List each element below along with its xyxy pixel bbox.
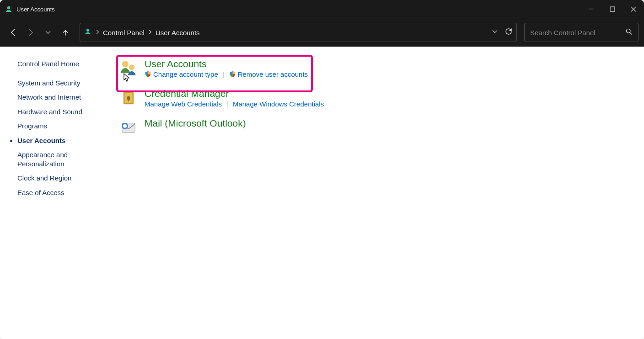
link-label: Change account type <box>153 70 218 78</box>
svg-point-5 <box>122 61 129 67</box>
manage-web-credentials-link[interactable]: Manage Web Credentials <box>145 100 222 108</box>
address-dropdown[interactable] <box>492 28 498 37</box>
sidebar: Control Panel Home System and Security N… <box>0 47 110 339</box>
sidebar-item-appearance-and-personalization[interactable]: Appearance and Personalization <box>11 148 104 171</box>
mail-icon <box>119 118 138 137</box>
user-icon <box>84 27 92 37</box>
sidebar-item-clock-and-region[interactable]: Clock and Region <box>11 171 104 185</box>
change-account-type-link[interactable]: Change account type <box>145 70 218 78</box>
breadcrumb-user-accounts[interactable]: User Accounts <box>156 29 200 37</box>
link-label: Manage Web Credentials <box>145 100 222 108</box>
svg-rect-2 <box>610 7 615 11</box>
close-button[interactable] <box>623 0 644 18</box>
user-accounts-heading[interactable]: User Accounts <box>145 58 308 69</box>
sidebar-item-hardware-and-sound[interactable]: Hardware and Sound <box>11 105 104 119</box>
svg-point-0 <box>7 6 10 9</box>
sidebar-item-system-and-security[interactable]: System and Security <box>11 76 104 90</box>
chevron-right-icon <box>148 30 152 35</box>
shield-icon <box>145 71 151 78</box>
refresh-button[interactable] <box>504 27 513 37</box>
svg-rect-1 <box>589 9 594 9</box>
remove-user-accounts-link[interactable]: Remove user accounts <box>229 70 308 78</box>
svg-rect-10 <box>128 98 129 101</box>
separator: | <box>223 70 225 78</box>
manage-windows-credentials-link[interactable]: Manage Windows Credentials <box>233 100 324 108</box>
control-panel-window: User Accounts <box>0 0 644 339</box>
sidebar-item-ease-of-access[interactable]: Ease of Access <box>11 185 104 200</box>
back-button[interactable] <box>5 25 21 40</box>
content-area: Control Panel Home System and Security N… <box>0 47 644 339</box>
user-accounts-section-icon <box>119 58 138 78</box>
chevron-right-icon <box>96 30 99 35</box>
maximize-button[interactable] <box>602 0 623 18</box>
title-bar: User Accounts <box>0 0 644 18</box>
forward-button[interactable] <box>23 25 38 40</box>
section-mail: Mail (Microsoft Outlook) <box>116 114 633 143</box>
credential-manager-heading[interactable]: Credential Manager <box>145 88 324 99</box>
main-panel: User Accounts Change account type | <box>110 47 644 339</box>
mail-heading[interactable]: Mail (Microsoft Outlook) <box>145 118 246 129</box>
window-title: User Accounts <box>16 6 55 13</box>
svg-point-3 <box>86 29 89 32</box>
search-input[interactable] <box>530 29 622 37</box>
shield-icon <box>229 71 236 78</box>
section-user-accounts: User Accounts Change account type | <box>116 55 633 85</box>
sidebar-item-user-accounts[interactable]: User Accounts <box>11 133 104 148</box>
navigation-bar: Control Panel User Accounts <box>0 18 644 47</box>
credential-manager-icon <box>119 88 138 107</box>
search-icon[interactable] <box>625 28 633 37</box>
sidebar-item-control-panel-home[interactable]: Control Panel Home <box>11 57 104 71</box>
search-bar[interactable] <box>524 23 639 42</box>
address-bar[interactable]: Control Panel User Accounts <box>80 23 517 42</box>
separator: | <box>226 100 228 108</box>
sidebar-item-network-and-internet[interactable]: Network and Internet <box>11 90 104 105</box>
minimize-button[interactable] <box>581 0 602 18</box>
link-label: Remove user accounts <box>238 70 308 78</box>
breadcrumb-control-panel[interactable]: Control Panel <box>103 29 145 37</box>
section-credential-manager: Credential Manager Manage Web Credential… <box>116 85 633 114</box>
link-label: Manage Windows Credentials <box>233 100 324 108</box>
svg-point-6 <box>129 64 134 70</box>
sidebar-item-programs[interactable]: Programs <box>11 119 104 133</box>
user-accounts-icon <box>5 5 13 13</box>
up-button[interactable] <box>58 25 73 40</box>
recent-locations-dropdown[interactable] <box>40 25 56 40</box>
